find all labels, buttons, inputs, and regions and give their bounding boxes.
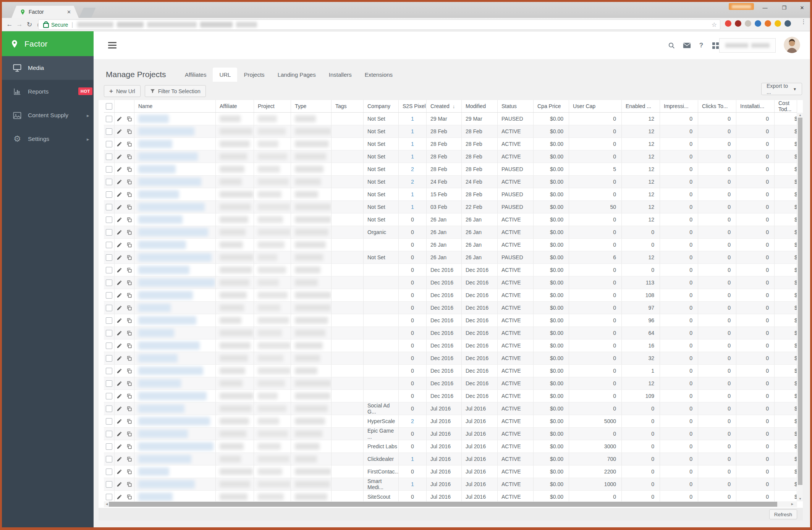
row-checkbox[interactable] <box>106 128 112 135</box>
copy-icon[interactable] <box>125 138 134 150</box>
new-url-button[interactable]: + New Url <box>104 85 141 97</box>
row-checkbox[interactable] <box>106 242 112 248</box>
copy-icon[interactable] <box>125 390 134 402</box>
copy-icon[interactable] <box>125 201 134 213</box>
sidebar-item-content-supply[interactable]: Content Supply▸ <box>2 103 94 127</box>
filter-to-selection-button[interactable]: Filter To Selection <box>145 85 206 97</box>
edit-icon[interactable] <box>115 377 125 389</box>
copy-icon[interactable] <box>125 302 134 314</box>
column-header-project[interactable]: Project <box>254 100 291 112</box>
tab-close-icon[interactable]: ✕ <box>67 9 71 15</box>
row-checkbox[interactable] <box>106 166 112 173</box>
copy-icon[interactable] <box>125 251 134 263</box>
edit-icon[interactable] <box>115 213 125 226</box>
edit-icon[interactable] <box>115 163 125 175</box>
sidebar-item-media[interactable]: Media <box>2 56 94 80</box>
row-checkbox[interactable] <box>106 380 112 387</box>
column-header-status[interactable]: Status <box>498 100 534 112</box>
row-checkbox[interactable] <box>106 481 112 488</box>
row-checkbox[interactable] <box>106 292 112 299</box>
cell-s2s-pixel[interactable]: 1 <box>399 113 427 125</box>
scroll-left-icon[interactable]: ◄ <box>105 502 108 506</box>
row-checkbox[interactable] <box>106 191 112 198</box>
row-checkbox[interactable] <box>106 305 112 311</box>
new-tab-button[interactable] <box>79 8 96 18</box>
edit-icon[interactable] <box>115 428 125 440</box>
tab-url[interactable]: URL <box>213 68 237 82</box>
row-checkbox[interactable] <box>106 418 112 425</box>
extension-icon-5[interactable] <box>765 20 771 27</box>
copy-icon[interactable] <box>125 314 134 326</box>
row-checkbox[interactable] <box>106 393 112 399</box>
row-checkbox[interactable] <box>106 431 112 437</box>
hamburger-menu-icon[interactable] <box>108 42 116 50</box>
tab-projects[interactable]: Projects <box>237 68 271 82</box>
avatar[interactable] <box>784 37 800 53</box>
sidebar-item-reports[interactable]: ReportsHOT <box>2 80 94 103</box>
scroll-right-icon[interactable]: ► <box>791 502 794 506</box>
row-checkbox[interactable] <box>106 229 112 236</box>
bookmark-star-icon[interactable]: ☆ <box>712 21 717 28</box>
row-checkbox[interactable] <box>106 317 112 324</box>
extension-icon-3[interactable] <box>745 20 751 27</box>
row-checkbox[interactable] <box>106 267 112 273</box>
row-checkbox[interactable] <box>106 355 112 362</box>
tab-installers[interactable]: Installers <box>322 68 358 82</box>
tab-affiliates[interactable]: Affiliates <box>178 68 213 82</box>
row-checkbox[interactable] <box>106 204 112 210</box>
row-checkbox[interactable] <box>106 406 112 412</box>
row-checkbox[interactable] <box>106 154 112 160</box>
scroll-down-icon[interactable]: ▼ <box>797 497 803 501</box>
vertical-scrollbar[interactable]: ▲ ▼ <box>797 113 803 501</box>
cell-s2s-pixel[interactable]: 1 <box>399 201 427 213</box>
copy-icon[interactable] <box>125 188 134 200</box>
browser-tab[interactable]: Factor ✕ <box>11 6 79 18</box>
column-header-installati-[interactable]: Installati... <box>736 100 775 112</box>
s2s-pixel-value[interactable]: 1 <box>411 128 414 134</box>
column-header-name[interactable]: Name <box>134 100 216 112</box>
row-checkbox[interactable] <box>106 443 112 450</box>
cell-s2s-pixel[interactable]: 1 <box>399 478 427 490</box>
tab-landing-pages[interactable]: Landing Pages <box>271 68 322 82</box>
horizontal-scrollbar[interactable]: ◄ ► <box>104 501 797 507</box>
copy-icon[interactable] <box>125 113 134 125</box>
copy-icon[interactable] <box>125 491 134 501</box>
edit-icon[interactable] <box>115 125 125 137</box>
s2s-pixel-value[interactable]: 1 <box>411 456 414 462</box>
url-bar[interactable]: Secure | ☆ <box>38 19 720 30</box>
mail-icon[interactable] <box>682 40 692 50</box>
copy-icon[interactable] <box>125 339 134 352</box>
copy-icon[interactable] <box>125 150 134 163</box>
edit-icon[interactable] <box>115 251 125 263</box>
search-icon[interactable] <box>666 40 676 50</box>
s2s-pixel-value[interactable]: 2 <box>411 166 414 172</box>
extension-icon-6[interactable] <box>775 20 781 27</box>
row-checkbox[interactable] <box>106 469 112 475</box>
browser-menu-icon[interactable]: ⋮ <box>801 20 807 23</box>
row-checkbox[interactable] <box>106 217 112 223</box>
edit-icon[interactable] <box>115 302 125 314</box>
s2s-pixel-value[interactable]: 1 <box>411 204 414 210</box>
s2s-pixel-value[interactable]: 2 <box>411 418 414 424</box>
s2s-pixel-value[interactable]: 1 <box>411 116 414 122</box>
copy-icon[interactable] <box>125 478 134 490</box>
edit-icon[interactable] <box>115 138 125 150</box>
edit-icon[interactable] <box>115 352 125 364</box>
copy-icon[interactable] <box>125 453 134 465</box>
reload-icon[interactable]: ↻ <box>24 19 34 29</box>
copy-icon[interactable] <box>125 163 134 175</box>
edit-icon[interactable] <box>115 453 125 465</box>
column-header-clicks-to-[interactable]: Clicks To... <box>698 100 736 112</box>
edit-icon[interactable] <box>115 339 125 352</box>
edit-icon[interactable] <box>115 201 125 213</box>
copy-icon[interactable] <box>125 377 134 389</box>
row-checkbox[interactable] <box>106 179 112 185</box>
edit-icon[interactable] <box>115 415 125 427</box>
edit-icon[interactable] <box>115 402 125 415</box>
copy-icon[interactable] <box>125 176 134 188</box>
column-header-created[interactable]: Created↓ <box>427 100 462 112</box>
window-maximize-button[interactable]: ❐ <box>775 2 793 14</box>
export-button[interactable]: Export to ... ▼ <box>761 83 802 95</box>
back-icon[interactable]: ← <box>5 19 15 29</box>
edit-icon[interactable] <box>115 264 125 276</box>
